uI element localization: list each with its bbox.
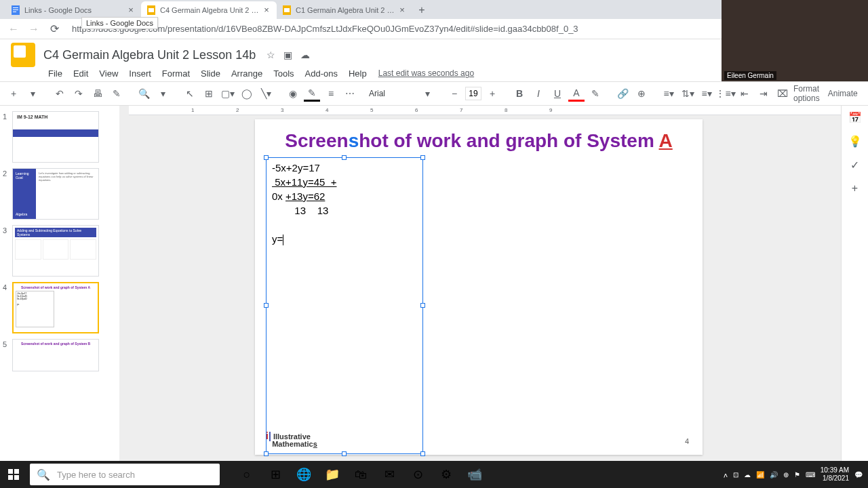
move-icon[interactable]: ▣: [283, 49, 292, 60]
chevron-down-icon[interactable]: ▾: [155, 85, 171, 102]
underline-button[interactable]: U: [549, 85, 566, 102]
cortana-icon[interactable]: ○: [233, 461, 260, 488]
menu-addons[interactable]: Add-ons: [300, 67, 342, 80]
link-button[interactable]: 🔗: [614, 85, 631, 102]
numbered-list-button[interactable]: ≡▾: [698, 85, 715, 102]
zoom-icon[interactable]: 📹: [461, 461, 488, 488]
select-tool[interactable]: ↖: [182, 85, 198, 102]
bulleted-list-button[interactable]: ⋮≡▾: [717, 85, 734, 102]
menu-insert[interactable]: Insert: [124, 67, 156, 80]
resize-handle[interactable]: [264, 451, 269, 456]
paint-format-button[interactable]: ✎: [108, 85, 125, 102]
undo-button[interactable]: ↶: [52, 85, 68, 102]
slide-title[interactable]: Screenshot of work and graph of System A: [255, 130, 703, 152]
keep-icon[interactable]: 💡: [848, 135, 862, 148]
explorer-icon[interactable]: 📁: [319, 461, 346, 488]
back-button[interactable]: ←: [5, 21, 22, 37]
add-icon[interactable]: +: [852, 182, 858, 195]
start-button[interactable]: [0, 461, 27, 488]
clear-formatting-button[interactable]: ⌧: [774, 85, 791, 102]
line-tool[interactable]: ╲▾: [258, 85, 274, 102]
font-selector[interactable]: [369, 89, 416, 98]
calendar-icon[interactable]: 📅: [848, 111, 862, 124]
textbox-content[interactable]: -5x+2y=17 5x+11y=45 + 0x +13y=62 13 13 y…: [267, 158, 422, 249]
font-size-input[interactable]: [465, 87, 481, 100]
italic-button[interactable]: I: [530, 85, 547, 102]
resize-handle[interactable]: [342, 451, 347, 456]
tab-c1-slides[interactable]: C1 Germain Algebra Unit 2 Less ×: [277, 1, 412, 19]
tray-icon[interactable]: ⊕: [783, 471, 789, 479]
slide-thumbnail-2[interactable]: Learning GoalAlgebra Let's investigate h…: [12, 168, 99, 220]
redo-button[interactable]: ↷: [71, 85, 87, 102]
current-slide[interactable]: Screenshot of work and graph of System A…: [255, 119, 703, 455]
task-view-icon[interactable]: ⊞: [262, 461, 289, 488]
resize-handle[interactable]: [342, 155, 347, 160]
edge-icon[interactable]: 🌐: [290, 461, 317, 488]
resize-handle[interactable]: [420, 155, 425, 160]
border-weight-button[interactable]: ≡: [323, 85, 339, 102]
document-title[interactable]: C4 Germain Algebra Unit 2 Lesson 14b: [43, 48, 256, 62]
settings-icon[interactable]: ⚙: [433, 461, 460, 488]
close-icon[interactable]: ×: [126, 5, 136, 15]
close-icon[interactable]: ×: [262, 5, 271, 15]
resize-handle[interactable]: [420, 303, 425, 308]
tray-up-icon[interactable]: ʌ: [724, 471, 728, 479]
clock[interactable]: 10:39 AM 1/8/2021: [821, 466, 849, 483]
increase-indent-button[interactable]: ⇥: [755, 85, 772, 102]
tasks-icon[interactable]: ✓: [850, 159, 859, 171]
slide-thumbnail-1[interactable]: [12, 111, 99, 163]
line-spacing-button[interactable]: ⇅▾: [679, 85, 696, 102]
increase-font-button[interactable]: +: [484, 85, 500, 102]
print-button[interactable]: 🖶: [90, 85, 106, 102]
textbox-tool[interactable]: ⊞: [201, 85, 217, 102]
onedrive-icon[interactable]: ☁: [744, 471, 751, 479]
decrease-font-button[interactable]: −: [446, 85, 462, 102]
comment-button[interactable]: ⊕: [633, 85, 650, 102]
menu-view[interactable]: View: [94, 67, 123, 80]
volume-icon[interactable]: 🔊: [770, 471, 778, 479]
new-tab-button[interactable]: +: [412, 1, 431, 19]
forward-button[interactable]: →: [26, 21, 42, 37]
network-icon[interactable]: 📶: [756, 471, 764, 479]
tray-icon[interactable]: ⊡: [733, 471, 738, 479]
store-icon[interactable]: 🛍: [347, 461, 374, 488]
mail-icon[interactable]: ✉: [376, 461, 403, 488]
fill-color-button[interactable]: ◉: [285, 85, 301, 102]
menu-tools[interactable]: Tools: [269, 67, 298, 80]
zoom-button[interactable]: 🔍: [136, 85, 152, 102]
border-color-button[interactable]: ✎: [304, 85, 320, 102]
slide-canvas[interactable]: 1 2 3 4 5 6 7 8 9 Screenshot of work and…: [119, 106, 841, 461]
menu-file[interactable]: File: [43, 67, 67, 80]
new-slide-button[interactable]: +: [5, 85, 22, 102]
cloud-icon[interactable]: ☁: [300, 49, 310, 60]
border-dash-button[interactable]: ⋯: [342, 85, 358, 102]
input-icon[interactable]: ⌨: [806, 471, 815, 479]
slide-panel[interactable]: 1 2 Learning GoalAlgebra Let's investiga…: [0, 106, 119, 461]
resize-handle[interactable]: [420, 451, 425, 456]
notifications-icon[interactable]: 💬: [854, 471, 863, 479]
resize-handle[interactable]: [264, 303, 269, 308]
taskbar-search[interactable]: 🔍 Type here to search: [30, 464, 220, 485]
highlight-button[interactable]: ✎: [587, 85, 604, 102]
animate-button[interactable]: Animate: [828, 89, 858, 98]
close-icon[interactable]: ×: [397, 5, 407, 15]
last-edit-link[interactable]: Last edit was seconds ago: [378, 68, 474, 78]
bold-button[interactable]: B: [511, 85, 528, 102]
app-icon[interactable]: ⊙: [404, 461, 431, 488]
slide-thumbnail-4[interactable]: Screenshot of work and graph of System A…: [12, 282, 99, 333]
format-options-button[interactable]: Format options: [793, 84, 820, 103]
reload-button[interactable]: ⟳: [46, 21, 62, 37]
work-textbox[interactable]: -5x+2y=17 5x+11y=45 + 0x +13y=62 13 13 y…: [266, 157, 423, 454]
chevron-down-icon[interactable]: ▾: [419, 85, 435, 102]
image-tool[interactable]: ▢▾: [220, 85, 236, 102]
slide-thumbnail-5[interactable]: Screenshot of work and graph of System B: [12, 339, 99, 371]
star-icon[interactable]: ☆: [267, 49, 275, 60]
align-button[interactable]: ≡▾: [660, 85, 677, 102]
slide-thumbnail-3[interactable]: Adding and Subtracting Equations to Solv…: [12, 225, 99, 277]
tray-icon[interactable]: ⚑: [794, 471, 800, 479]
menu-help[interactable]: Help: [344, 67, 372, 80]
resize-handle[interactable]: [264, 155, 269, 160]
text-color-button[interactable]: A: [568, 85, 585, 102]
decrease-indent-button[interactable]: ⇤: [736, 85, 753, 102]
tab-c4-slides[interactable]: C4 Germain Algebra Unit 2 Less ×: [141, 1, 277, 19]
